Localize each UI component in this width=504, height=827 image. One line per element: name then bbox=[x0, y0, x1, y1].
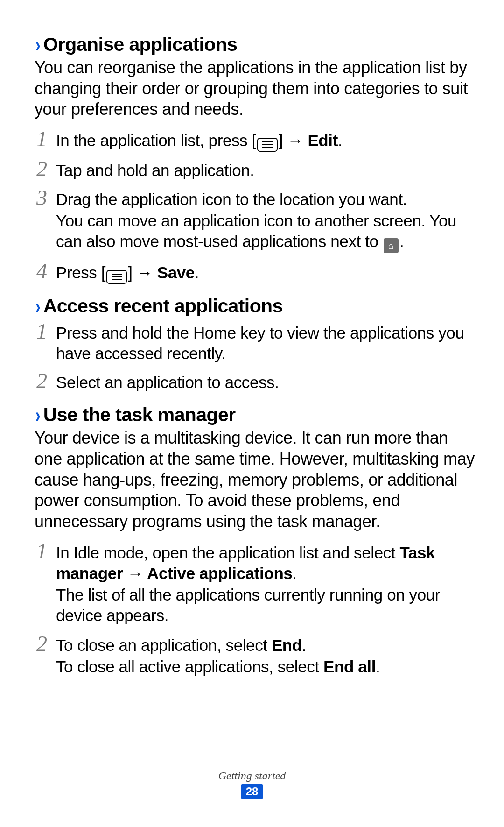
menu-icon bbox=[257, 138, 278, 152]
step-number: 3 bbox=[35, 187, 49, 209]
text: ] → bbox=[128, 263, 157, 282]
text: . bbox=[195, 263, 199, 282]
heading-text: Organise applications bbox=[43, 34, 238, 56]
step-body: Drag the application icon to the locatio… bbox=[56, 187, 476, 254]
intro-paragraph: You can reorganise the applications in t… bbox=[35, 57, 476, 120]
bold-text: Save bbox=[157, 263, 195, 282]
step-body: In the application list, press [] → Edit… bbox=[56, 128, 476, 152]
step-item: 2 To close an application, select End. T… bbox=[35, 633, 476, 678]
text: Press [ bbox=[56, 263, 105, 282]
text: To close an application, select bbox=[56, 636, 272, 654]
intro-paragraph: Your device is a multitasking device. It… bbox=[35, 428, 476, 532]
step-number: 1 bbox=[35, 128, 49, 150]
menu-icon bbox=[106, 270, 127, 284]
step-number: 1 bbox=[35, 541, 49, 562]
step-item: 1 In the application list, press [] → Ed… bbox=[35, 128, 476, 152]
text: . bbox=[338, 131, 342, 149]
step-number: 2 bbox=[35, 633, 49, 655]
chevron-icon: › bbox=[35, 35, 41, 55]
heading-text: Use the task manager bbox=[43, 404, 236, 426]
text: In the application list, press [ bbox=[56, 131, 256, 149]
chevron-icon: › bbox=[35, 296, 41, 317]
page-number: 28 bbox=[241, 784, 263, 799]
home-icon: ⌂ bbox=[384, 238, 399, 253]
chevron-icon: › bbox=[35, 405, 41, 425]
section-organise: › Organise applications You can reorgani… bbox=[35, 34, 476, 284]
heading-row: › Use the task manager bbox=[35, 404, 476, 426]
text: You can move an application icon to anot… bbox=[56, 211, 476, 253]
section-taskmgr: › Use the task manager Your device is a … bbox=[35, 404, 476, 678]
step-body: Press and hold the Home key to view the … bbox=[56, 321, 476, 364]
section-recent: › Access recent applications 1 Press and… bbox=[35, 295, 476, 393]
text: The list of all the applications current… bbox=[56, 585, 476, 626]
page-footer: Getting started 28 bbox=[0, 770, 504, 799]
text: To close all active applications, select bbox=[56, 657, 323, 676]
step-list: 1 In Idle mode, open the application lis… bbox=[35, 541, 476, 679]
step-body: Tap and hold an application. bbox=[56, 158, 476, 181]
step-list: 1 Press and hold the Home key to view th… bbox=[35, 321, 476, 393]
text: . bbox=[292, 564, 296, 582]
step-body: Select an application to access. bbox=[56, 370, 476, 393]
bold-text: Edit bbox=[308, 131, 338, 149]
bold-text: End bbox=[272, 636, 302, 654]
text: To close all active applications, select… bbox=[56, 657, 476, 677]
heading-row: › Access recent applications bbox=[35, 295, 476, 317]
step-list: 1 In the application list, press [] → Ed… bbox=[35, 128, 476, 284]
text: . bbox=[376, 657, 380, 676]
manual-page: › Organise applications You can reorgani… bbox=[0, 0, 504, 827]
step-item: 4 Press [] → Save. bbox=[35, 261, 476, 284]
text: In Idle mode, open the application list … bbox=[56, 543, 476, 584]
text: . bbox=[399, 232, 404, 250]
step-body: In Idle mode, open the application list … bbox=[56, 541, 476, 627]
text: To close an application, select End. bbox=[56, 635, 476, 656]
step-number: 4 bbox=[35, 261, 49, 282]
heading-row: › Organise applications bbox=[35, 34, 476, 56]
footer-section-label: Getting started bbox=[0, 770, 504, 782]
step-item: 2 Tap and hold an application. bbox=[35, 158, 476, 181]
heading-text: Access recent applications bbox=[43, 295, 283, 317]
step-number: 2 bbox=[35, 370, 49, 392]
step-item: 2 Select an application to access. bbox=[35, 370, 476, 393]
text: In Idle mode, open the application list … bbox=[56, 544, 399, 562]
step-number: 1 bbox=[35, 321, 49, 342]
step-item: 1 In Idle mode, open the application lis… bbox=[35, 541, 476, 627]
step-item: 1 Press and hold the Home key to view th… bbox=[35, 321, 476, 364]
text: Drag the application icon to the locatio… bbox=[56, 189, 476, 210]
step-item: 3 Drag the application icon to the locat… bbox=[35, 187, 476, 254]
text: ] → bbox=[279, 131, 308, 149]
step-body: Press [] → Save. bbox=[56, 261, 476, 284]
step-number: 2 bbox=[35, 158, 49, 180]
text: . bbox=[302, 636, 306, 654]
bold-text: End all bbox=[323, 657, 376, 676]
step-body: To close an application, select End. To … bbox=[56, 633, 476, 678]
